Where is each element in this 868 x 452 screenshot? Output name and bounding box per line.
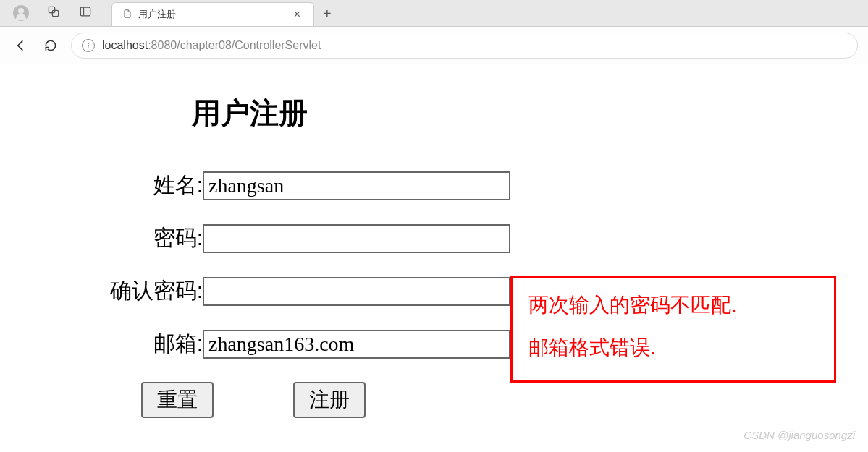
- label-confirm: 确认密码:: [36, 276, 203, 306]
- page-content: 用户注册 姓名: 密码: 确认密码: 邮箱: 重置 注册 两次输入的密码不匹配.…: [0, 64, 868, 447]
- submit-button[interactable]: 注册: [293, 382, 366, 418]
- url-path: /chapter08/ControllerServlet: [177, 39, 321, 51]
- svg-rect-0: [49, 7, 54, 12]
- page-icon: [122, 9, 132, 21]
- browser-tab[interactable]: 用户注册 ×: [111, 2, 314, 26]
- page-title: 用户注册: [192, 93, 832, 133]
- label-name: 姓名:: [36, 171, 203, 200]
- browser-tab-strip: 用户注册 × +: [0, 0, 868, 27]
- workspaces-icon[interactable]: [46, 4, 61, 22]
- profile-avatar-icon[interactable]: [13, 5, 29, 21]
- reset-button[interactable]: 重置: [141, 382, 214, 418]
- row-name: 姓名:: [36, 171, 832, 200]
- new-tab-button[interactable]: +: [314, 2, 340, 26]
- error-message: 两次输入的密码不匹配.: [528, 291, 818, 319]
- address-bar[interactable]: i localhost:8080/chapter08/ControllerSer…: [71, 33, 858, 59]
- row-password: 密码:: [36, 223, 832, 253]
- svg-rect-2: [80, 7, 90, 16]
- email-input[interactable]: [203, 330, 510, 359]
- address-bar-row: i localhost:8080/chapter08/ControllerSer…: [0, 27, 868, 64]
- url-host: localhost: [102, 39, 148, 51]
- error-box: 两次输入的密码不匹配. 邮箱格式错误.: [510, 276, 836, 383]
- back-button[interactable]: [10, 35, 30, 56]
- confirm-password-input[interactable]: [203, 277, 510, 306]
- url-port: :8080: [148, 39, 177, 51]
- watermark: CSDN @jianguosongzi: [743, 429, 855, 441]
- titlebar-controls: [0, 0, 106, 26]
- label-email: 邮箱:: [36, 329, 203, 359]
- refresh-button[interactable]: [41, 35, 61, 56]
- tab-title: 用户注册: [138, 8, 285, 21]
- button-row: 重置 注册: [141, 382, 832, 418]
- svg-rect-1: [52, 10, 58, 16]
- password-input[interactable]: [203, 224, 510, 253]
- error-message: 邮箱格式错误.: [528, 333, 818, 362]
- tab-actions-icon[interactable]: [78, 4, 93, 22]
- site-info-icon[interactable]: i: [82, 39, 95, 52]
- label-password: 密码:: [36, 223, 203, 253]
- close-icon[interactable]: ×: [291, 8, 303, 21]
- name-input[interactable]: [203, 171, 510, 200]
- url-text: localhost:8080/chapter08/ControllerServl…: [102, 39, 321, 52]
